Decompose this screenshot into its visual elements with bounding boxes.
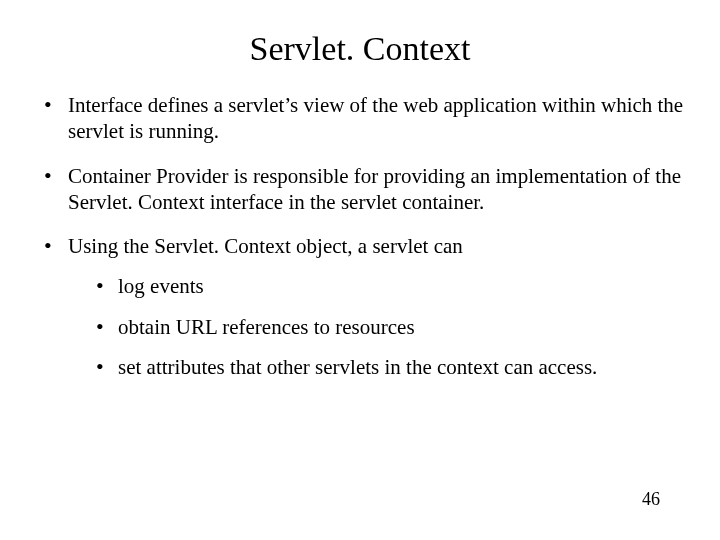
- sub-list-item: set attributes that other servlets in th…: [96, 354, 690, 380]
- slide-title: Servlet. Context: [30, 30, 690, 68]
- list-item: Interface defines a servlet’s view of th…: [40, 92, 690, 145]
- sub-list-item-text: log events: [118, 274, 204, 298]
- slide: Servlet. Context Interface defines a ser…: [0, 0, 720, 540]
- bullet-list: Interface defines a servlet’s view of th…: [30, 92, 690, 380]
- list-item: Using the Servlet. Context object, a ser…: [40, 233, 690, 380]
- sub-list-item: log events: [96, 273, 690, 299]
- list-item-text: Container Provider is responsible for pr…: [68, 164, 681, 214]
- list-item-text: Interface defines a servlet’s view of th…: [68, 93, 683, 143]
- sub-list-item-text: obtain URL references to resources: [118, 315, 415, 339]
- sub-bullet-list: log events obtain URL references to reso…: [68, 273, 690, 380]
- sub-list-item: obtain URL references to resources: [96, 314, 690, 340]
- list-item: Container Provider is responsible for pr…: [40, 163, 690, 216]
- sub-list-item-text: set attributes that other servlets in th…: [118, 355, 597, 379]
- list-item-text: Using the Servlet. Context object, a ser…: [68, 234, 463, 258]
- page-number: 46: [642, 489, 660, 510]
